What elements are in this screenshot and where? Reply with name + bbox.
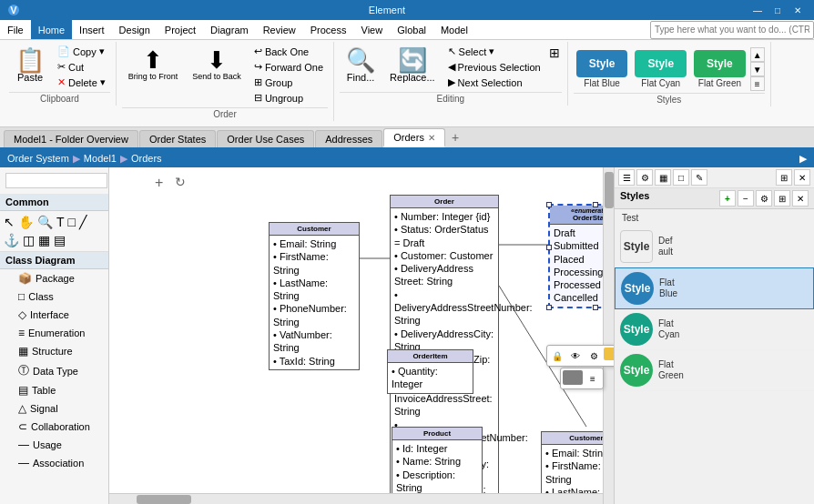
delete-button[interactable]: ✕ Delete ▾ [53, 75, 110, 90]
ft2-btn2[interactable]: ≡ [585, 370, 601, 387]
menu-insert[interactable]: Insert [72, 20, 112, 39]
uml-box-customer-top[interactable]: Customer • Email: String • FirstName: St… [269, 222, 360, 370]
close-button[interactable]: ✕ [789, 3, 807, 17]
sidebar-section-class-diagram[interactable]: Class Diagram [0, 252, 108, 269]
tool-anchor[interactable]: ⚓ [3, 232, 20, 248]
tab-orders-close[interactable]: ✕ [428, 133, 435, 143]
styles-scroll-up[interactable]: ▲ [750, 47, 765, 62]
rp-btn-1[interactable]: ☰ [618, 169, 635, 186]
tab-order-states[interactable]: Order States [139, 130, 216, 147]
editing-collapse-button[interactable]: ⊞ [547, 44, 562, 62]
sidebar-item-usage[interactable]: — Usage [0, 436, 108, 454]
uml-box-order-item[interactable]: OrderItem • Quantity: Integer [387, 349, 473, 394]
sidebar-item-enumeration[interactable]: ≡ Enumeration [0, 324, 108, 342]
breadcrumb-orders[interactable]: Orders [131, 153, 162, 164]
tab-order-use-cases[interactable]: Order Use Cases [217, 130, 314, 147]
ft-lock-btn[interactable]: 🔒 [549, 348, 565, 364]
tool-move[interactable]: ✋ [17, 214, 35, 230]
tool-text[interactable]: T [56, 214, 66, 230]
menu-file[interactable]: File [0, 20, 31, 39]
ungroup-button[interactable]: ⊟ Ungroup [249, 90, 328, 106]
style-flat-green-button[interactable]: Style [694, 50, 746, 77]
handle-bm[interactable] [593, 305, 598, 310]
styles-more[interactable]: ≡ [750, 76, 765, 91]
menu-model[interactable]: Model [433, 20, 475, 39]
ribbon-search-input[interactable] [650, 21, 814, 39]
style-card-flat-green-btn[interactable]: Style [620, 354, 653, 387]
menu-process[interactable]: Process [303, 20, 354, 39]
style-card-flat-blue-btn[interactable]: Style [621, 272, 654, 305]
sidebar-item-table[interactable]: ▤ Table [0, 381, 108, 399]
sidebar-search-input[interactable] [5, 173, 107, 188]
sidebar-item-interface[interactable]: ◇ Interface [0, 306, 108, 324]
rp-btn-5[interactable]: ✎ [691, 169, 707, 186]
breadcrumb-model1[interactable]: Model1 [84, 153, 117, 164]
replace-button[interactable]: 🔄 Replace... [383, 44, 442, 87]
vscroll-thumb[interactable] [605, 172, 614, 208]
sidebar-item-class[interactable]: □ Class [0, 287, 108, 306]
style-card-flat-green[interactable]: Style FlatGreen [615, 350, 814, 391]
menu-view[interactable]: View [354, 20, 391, 39]
next-selection-button[interactable]: ▶ Next Selection [443, 75, 545, 90]
tab-add-button[interactable]: + [446, 127, 464, 147]
tool-shape3[interactable]: ▤ [53, 232, 66, 248]
styles-settings-btn[interactable]: ⚙ [756, 190, 772, 207]
group-button[interactable]: ⊞ Group [249, 75, 328, 90]
minimize-button[interactable]: — [748, 3, 767, 17]
hscroll-thumb[interactable] [137, 495, 191, 504]
canvas-area[interactable]: + ↻ Customer • Email: String • FirstName… [109, 167, 614, 504]
handle-tm[interactable] [593, 202, 598, 207]
style-card-default-btn[interactable]: Style [620, 230, 653, 263]
tool-rect[interactable]: □ [67, 214, 76, 230]
ft-eye-btn[interactable]: 👁 [567, 348, 584, 364]
tab-folder-overview[interactable]: Model1 - Folder Overview [4, 130, 138, 147]
tab-orders[interactable]: Orders ✕ [383, 128, 445, 147]
copy-button[interactable]: 📄 Copy ▾ [53, 44, 110, 59]
sidebar-item-collaboration[interactable]: ⊂ Collaboration [0, 418, 108, 436]
rp-btn-4[interactable]: □ [673, 169, 689, 186]
tool-line[interactable]: ╱ [78, 214, 87, 230]
rp-expand-btn[interactable]: ⊞ [776, 169, 792, 186]
back-one-button[interactable]: ↩ Back One [249, 44, 328, 59]
breadcrumb-end-icon[interactable]: ▶ [799, 153, 807, 165]
rp-btn-3[interactable]: ▦ [655, 169, 671, 186]
styles-add-btn[interactable]: + [719, 190, 736, 207]
menu-project[interactable]: Project [158, 20, 203, 39]
styles-close-btn[interactable]: ✕ [792, 190, 809, 207]
canvas-add-icon[interactable]: + [155, 175, 163, 191]
styles-del-btn[interactable]: − [738, 190, 754, 207]
styles-scroll-down[interactable]: ▼ [750, 62, 765, 76]
uml-box-product[interactable]: Product • Id: Integer • Name: String • D… [392, 427, 483, 497]
handle-ml[interactable] [546, 245, 552, 250]
menu-diagram[interactable]: Diagram [203, 20, 256, 39]
horizontal-scrollbar[interactable] [109, 493, 603, 504]
sidebar-item-association[interactable]: — Association [0, 454, 108, 472]
tool-pointer[interactable]: ↖ [3, 214, 15, 230]
sidebar-item-package[interactable]: 📦 Package [0, 269, 108, 287]
menu-home[interactable]: Home [31, 20, 72, 39]
styles-collapse-btn[interactable]: ⊞ [774, 190, 790, 207]
menu-design[interactable]: Design [112, 20, 158, 39]
style-card-flat-cyan-btn[interactable]: Style [620, 313, 653, 346]
ft2-btn1[interactable] [563, 370, 583, 385]
sidebar-item-structure[interactable]: ▦ Structure [0, 342, 108, 360]
style-card-default[interactable]: Style Default [615, 227, 814, 267]
select-button[interactable]: ↖ Select ▾ [443, 44, 545, 59]
style-card-flat-cyan[interactable]: Style FlatCyan [615, 309, 814, 350]
tool-shape2[interactable]: ▦ [37, 232, 51, 248]
cut-button[interactable]: ✂ Cut [53, 59, 110, 75]
handle-tl[interactable] [546, 202, 552, 207]
tool-zoom[interactable]: 🔍 [36, 214, 54, 230]
sidebar-section-common[interactable]: Common [0, 194, 108, 211]
bring-to-front-button[interactable]: ⬆ Bring to Front [122, 44, 185, 86]
send-to-back-button[interactable]: ⬇ Send to Back [186, 44, 248, 86]
ft-color-btn[interactable] [604, 348, 614, 360]
breadcrumb-order-system[interactable]: Order System [7, 153, 69, 164]
menu-review[interactable]: Review [256, 20, 303, 39]
sidebar-item-data-type[interactable]: Ⓣ Data Type [0, 360, 108, 381]
paste-button[interactable]: 📋 Paste [9, 44, 51, 87]
handle-bl[interactable] [546, 305, 552, 310]
style-card-flat-blue[interactable]: Style FlatBlue [615, 267, 814, 309]
style-flat-cyan-button[interactable]: Style [635, 50, 687, 77]
find-button[interactable]: 🔍 Find... [340, 44, 382, 87]
